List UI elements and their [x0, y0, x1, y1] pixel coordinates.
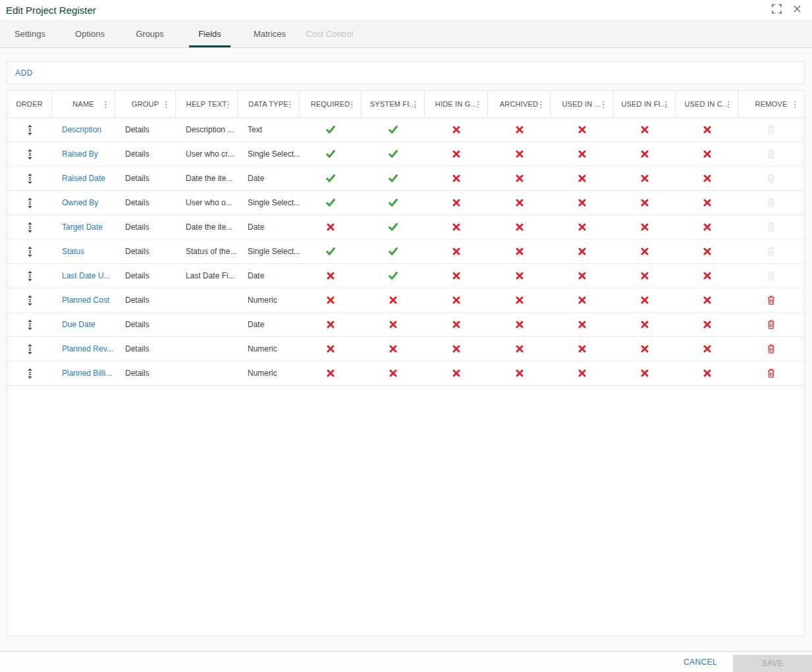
required-cell	[300, 288, 362, 312]
cross-icon	[578, 150, 586, 158]
tab-options[interactable]: Options	[60, 20, 120, 47]
column-header-help-text[interactable]: HELP TEXT⋮	[176, 91, 238, 117]
drag-handle[interactable]	[24, 294, 36, 307]
fullscreen-button[interactable]	[771, 3, 783, 17]
archived-cell	[488, 167, 551, 190]
column-header-remove[interactable]: REMOVE⋮	[738, 91, 804, 117]
drag-handle[interactable]	[24, 269, 36, 283]
field-row-planned-rev: Planned Rev...DetailsNumeric	[7, 337, 804, 361]
remove-button[interactable]	[765, 294, 777, 307]
field-name-link[interactable]: Raised Date	[62, 174, 105, 183]
used-in-3-cell	[676, 361, 738, 385]
drag-handle[interactable]	[24, 342, 36, 356]
field-name-link[interactable]: Target Date	[62, 222, 103, 232]
remove-button[interactable]	[765, 342, 777, 355]
column-header-system-fi[interactable]: SYSTEM FI...⋮	[362, 91, 425, 117]
column-header-hide-in-g[interactable]: HIDE IN G...⋮	[425, 91, 488, 117]
title-bar: Edit Project Register	[0, 0, 812, 20]
field-name-link[interactable]: Planned Billi...	[62, 369, 112, 378]
drag-handle[interactable]	[24, 172, 36, 186]
cross-icon	[452, 223, 460, 231]
hide-in-grid-cell	[425, 240, 488, 263]
remove-button	[765, 220, 777, 234]
drag-handle[interactable]	[24, 220, 36, 234]
help-text-cell: Description ...	[176, 118, 238, 142]
drag-handle[interactable]	[24, 123, 36, 137]
data-type-cell: Single Select...	[238, 240, 300, 263]
cross-icon	[578, 223, 586, 231]
remove-button[interactable]	[765, 367, 777, 380]
tab-groups[interactable]: Groups	[120, 20, 180, 47]
used-in-3-cell	[676, 240, 738, 263]
column-header-name[interactable]: NAME⋮	[52, 91, 115, 117]
cross-icon	[452, 199, 460, 207]
drag-handle[interactable]	[24, 318, 36, 332]
field-name-link[interactable]: Description	[62, 125, 101, 134]
cross-icon	[703, 174, 711, 182]
remove-button[interactable]	[765, 318, 777, 331]
column-menu-icon[interactable]: ⋮	[221, 99, 235, 109]
drag-handle[interactable]	[24, 196, 36, 210]
used-in-1-cell	[551, 191, 613, 215]
name-cell: Last Date U...	[52, 264, 115, 288]
cross-icon	[703, 150, 711, 158]
help-text-cell: User who o...	[176, 191, 238, 215]
column-header-archived[interactable]: ARCHIVED⋮	[488, 91, 551, 117]
field-name-link[interactable]: Planned Rev...	[62, 344, 113, 353]
cancel-button[interactable]: CANCEL	[680, 657, 721, 667]
hide-in-grid-cell	[425, 215, 488, 239]
column-menu-icon[interactable]: ⋮	[472, 99, 485, 109]
save-button: SAVE	[733, 655, 812, 672]
group-cell: Details	[115, 264, 176, 288]
used-in-2-cell	[613, 215, 676, 239]
column-header-data-type[interactable]: DATA TYPE⋮	[238, 91, 300, 117]
remove-cell	[738, 167, 804, 190]
tab-matrices[interactable]: Matrices	[240, 20, 300, 47]
tab-fields[interactable]: Fields	[180, 20, 240, 47]
tab-settings[interactable]: Settings	[0, 20, 60, 47]
system-field-cell	[362, 118, 425, 142]
drag-handle[interactable]	[24, 245, 36, 259]
field-name-link[interactable]: Last Date U...	[62, 271, 110, 280]
cross-icon	[389, 296, 397, 304]
column-menu-icon[interactable]: ⋮	[597, 99, 610, 109]
field-name-link[interactable]: Status	[62, 247, 84, 256]
cross-icon	[641, 345, 649, 353]
column-menu-icon[interactable]: ⋮	[408, 99, 422, 109]
column-header-used-in-fi[interactable]: USED IN FI...⋮	[613, 91, 676, 117]
close-button[interactable]	[792, 3, 803, 16]
column-header-used-in-c[interactable]: USED IN C...⋮	[676, 91, 738, 117]
column-menu-icon[interactable]: ⋮	[345, 99, 359, 109]
remove-button	[765, 147, 777, 161]
system-field-cell	[362, 167, 425, 190]
column-header-used-in[interactable]: USED IN ...⋮	[551, 91, 613, 117]
field-name-link[interactable]: Due Date	[62, 320, 95, 329]
column-menu-icon[interactable]: ⋮	[99, 99, 113, 109]
cross-icon	[452, 345, 460, 353]
drag-handle[interactable]	[24, 147, 36, 161]
cross-icon	[452, 272, 460, 280]
column-header-group[interactable]: GROUP⋮	[115, 91, 176, 117]
column-menu-icon[interactable]: ⋮	[722, 99, 736, 109]
add-button[interactable]: ADD	[9, 65, 40, 82]
field-name-link[interactable]: Raised By	[62, 149, 98, 159]
column-header-required[interactable]: REQUIRED⋮	[300, 91, 362, 117]
column-menu-icon[interactable]: ⋮	[788, 99, 802, 109]
field-name-link[interactable]: Planned Cost	[62, 296, 109, 305]
field-name-link[interactable]: Owned By	[62, 198, 98, 207]
column-menu-icon[interactable]: ⋮	[659, 99, 673, 109]
column-menu-icon[interactable]: ⋮	[534, 99, 548, 109]
field-row-owned-by: Owned ByDetailsUser who o...Single Selec…	[7, 191, 804, 215]
cross-icon	[516, 174, 524, 182]
column-menu-icon[interactable]: ⋮	[159, 99, 173, 109]
drag-handle[interactable]	[24, 367, 36, 380]
column-header-order[interactable]: ORDER	[7, 91, 52, 117]
used-in-2-cell	[613, 191, 676, 215]
order-cell	[7, 240, 52, 263]
column-menu-icon[interactable]: ⋮	[283, 99, 297, 109]
column-header-label: USED IN ...	[562, 100, 601, 108]
remove-button	[765, 245, 777, 258]
cross-icon	[452, 174, 460, 182]
field-row-last-date-u: Last Date U...DetailsLast Date Fi...Date	[7, 264, 804, 288]
remove-cell	[738, 337, 804, 361]
